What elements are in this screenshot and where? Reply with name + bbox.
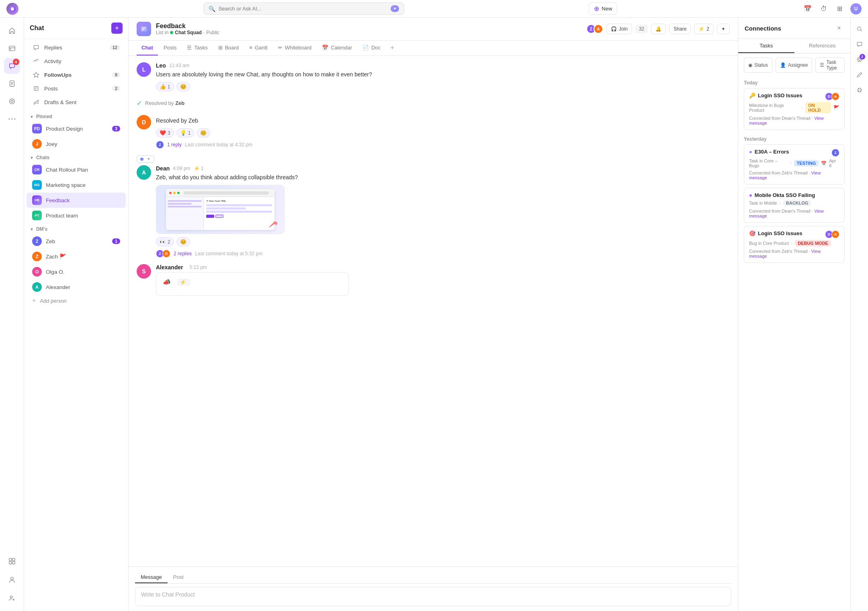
dms-section-header[interactable]: ▼ DM's xyxy=(24,223,128,234)
search-input[interactable] xyxy=(219,6,387,12)
star-icon: ✦ xyxy=(721,26,725,32)
nav-profile[interactable] xyxy=(4,572,20,588)
add-person-button[interactable]: + Add person xyxy=(27,295,126,307)
connections-button[interactable]: ⚡ 2 xyxy=(694,24,714,34)
nav-more[interactable] xyxy=(4,111,20,127)
tab-calendar[interactable]: 📅 Calendar xyxy=(317,41,357,55)
input-tab-post[interactable]: Post xyxy=(168,572,189,583)
task-badge[interactable]: ▼ xyxy=(137,155,154,163)
app-logo[interactable] xyxy=(6,3,18,15)
assignee-filter-icon: 👤 xyxy=(780,62,786,68)
conn-card-login-debug: 🎯 Login SSO Issues D A Bug in Core Produ… xyxy=(744,226,845,263)
nav-inbox[interactable] xyxy=(4,40,20,56)
right-notifications-button[interactable]: 2 xyxy=(853,53,866,66)
reaction-eyes[interactable]: 👀 2 xyxy=(156,237,174,246)
sidebar-item-followups[interactable]: FollowUps 8 xyxy=(27,68,126,82)
tab-tasks[interactable]: ☰ Tasks xyxy=(182,41,212,55)
tasktype-filter-icon: ☰ xyxy=(820,62,824,68)
right-comment-button[interactable] xyxy=(853,38,866,51)
nav-home[interactable] xyxy=(4,23,20,39)
pinned-section-header[interactable]: ▼ Pinned xyxy=(24,111,128,121)
sidebar-item-feedback[interactable]: FB Feedback xyxy=(27,193,126,208)
right-palette-button[interactable] xyxy=(853,84,866,96)
sidebar-item-joey[interactable]: J Joey xyxy=(27,136,126,152)
message-input-box[interactable]: Write to Chat Product xyxy=(135,587,731,606)
sidebar-item-product-team[interactable]: PT Product team xyxy=(27,208,126,223)
connections-close-button[interactable]: × xyxy=(834,23,844,33)
resolved-check-icon: ✓ xyxy=(137,99,142,107)
card2-status: TESTING xyxy=(794,160,819,166)
task-dot xyxy=(140,158,143,161)
clock-icon[interactable]: ⏱ xyxy=(818,3,829,14)
tab-doc[interactable]: 📄 Doc xyxy=(358,41,385,55)
dean-replies[interactable]: Z 1 reply Last comment today at 4:32 pm xyxy=(156,141,730,149)
right-pen-button[interactable] xyxy=(853,68,866,81)
join-button[interactable]: 🎧 Join xyxy=(606,24,632,34)
reaction-bulb[interactable]: 💡 1 xyxy=(176,128,194,137)
reaction-heart[interactable]: ❤️ 3 xyxy=(156,128,174,137)
svg-rect-9 xyxy=(12,558,14,561)
sidebar-item-activity[interactable]: Activity xyxy=(27,54,126,68)
nav-chat[interactable]: 4 xyxy=(4,58,20,74)
sidebar-item-posts[interactable]: Posts 2 xyxy=(27,82,126,95)
mock-nav-line3 xyxy=(168,206,202,207)
screenshot-mock: ✦ New Task TIML xyxy=(156,185,284,234)
filter-assignee[interactable]: 👤 Assignee xyxy=(776,57,812,73)
right-search-button[interactable] xyxy=(853,23,866,35)
card1-header: 🔑 Login SSO Issues D A xyxy=(749,92,839,100)
star-button[interactable]: ✦ xyxy=(717,24,730,34)
reaction-thumbsup[interactable]: 👍 1 xyxy=(156,82,174,91)
ai-badge[interactable]: ✦ xyxy=(391,5,399,12)
leo-time: 11:43 am xyxy=(169,63,189,68)
reaction-smile[interactable]: 😊 xyxy=(176,82,190,91)
sidebar-item-replies[interactable]: Replies 12 xyxy=(27,41,126,54)
message-leo: L Leo 11:43 am Users are absolutely lovi… xyxy=(137,62,730,91)
conn-tab-tasks[interactable]: Tasks xyxy=(738,39,794,53)
leo-avatar: L xyxy=(137,62,151,77)
sidebar-dm-zeb[interactable]: Z Zeb 1 xyxy=(27,234,126,249)
search-bar[interactable]: 🔍 ✦ xyxy=(203,2,404,15)
filter-status[interactable]: ◉ Status xyxy=(744,57,772,73)
conn-tab-references[interactable]: References xyxy=(794,39,851,53)
reaction-smile2[interactable]: 😊 xyxy=(197,128,210,137)
avatar-icon[interactable]: U xyxy=(850,3,862,14)
nav-docs[interactable] xyxy=(4,76,20,92)
tab-posts[interactable]: Posts xyxy=(159,41,182,55)
sidebar-add-button[interactable]: + xyxy=(111,23,123,34)
share-button[interactable]: Share xyxy=(669,24,691,34)
calendar-icon[interactable]: 📅 xyxy=(802,3,813,14)
alexander-replies[interactable]: Z D 2 replies Last comment today at 5:32… xyxy=(156,250,730,258)
message-alexander: A Dean 4:08 pm ⚡ 1 Zeb, what do you thin… xyxy=(137,165,730,258)
sidebar-item-drafts[interactable]: Drafts & Sent xyxy=(27,95,126,109)
nav-add-profile[interactable] xyxy=(4,590,20,606)
tab-gantt[interactable]: ≡ Gantt xyxy=(244,41,272,55)
reaction-smile3[interactable]: 😊 xyxy=(176,237,190,246)
card4-footer: Connected from Zeb's Thread · View messa… xyxy=(749,249,839,258)
grid-icon[interactable]: ⊞ xyxy=(834,3,845,14)
add-tab-button[interactable]: + xyxy=(388,41,397,55)
tab-whiteboard[interactable]: ✏ Whiteboard xyxy=(273,41,316,55)
card2-avatars: Z xyxy=(831,149,839,157)
notifications-button[interactable]: 🔔 xyxy=(651,24,666,34)
tab-board[interactable]: ⊞ Board xyxy=(213,41,244,55)
nav-spaces[interactable] xyxy=(4,553,20,569)
sidebar-item-marketing-space[interactable]: MS Marketing space xyxy=(27,177,126,193)
new-button[interactable]: ⊕ New xyxy=(589,2,617,15)
tab-chat[interactable]: Chat xyxy=(137,41,158,55)
input-tab-message[interactable]: Message xyxy=(135,572,168,583)
sidebar-item-chat-rollout[interactable]: CR Chat Rollout Plan xyxy=(27,162,126,177)
sidebar-dm-alexander[interactable]: A Alexander xyxy=(27,279,126,295)
card4-title: 🎯 Login SSO Issues xyxy=(749,230,802,236)
sidebar-dm-olga[interactable]: O Olga O. xyxy=(27,264,126,279)
nav-goals[interactable] xyxy=(4,93,20,109)
posts-icon xyxy=(32,84,40,92)
sidebar-dm-zach[interactable]: Z Zach 🚩 xyxy=(27,249,126,264)
card1-status: ON HOLD xyxy=(805,102,831,113)
filter-task-type[interactable]: ☰ Task Type xyxy=(815,57,845,73)
announcement-sync[interactable]: ⚡ xyxy=(177,279,190,286)
sidebar-item-product-design[interactable]: PD Product Design 3 xyxy=(27,121,126,136)
channel-subtitle: List in Chat Squad · Public xyxy=(156,30,581,35)
channel-title: Feedback xyxy=(156,23,581,30)
mock-nav-line2 xyxy=(168,203,192,205)
chats-section-header[interactable]: ▼ Chats xyxy=(24,152,128,162)
